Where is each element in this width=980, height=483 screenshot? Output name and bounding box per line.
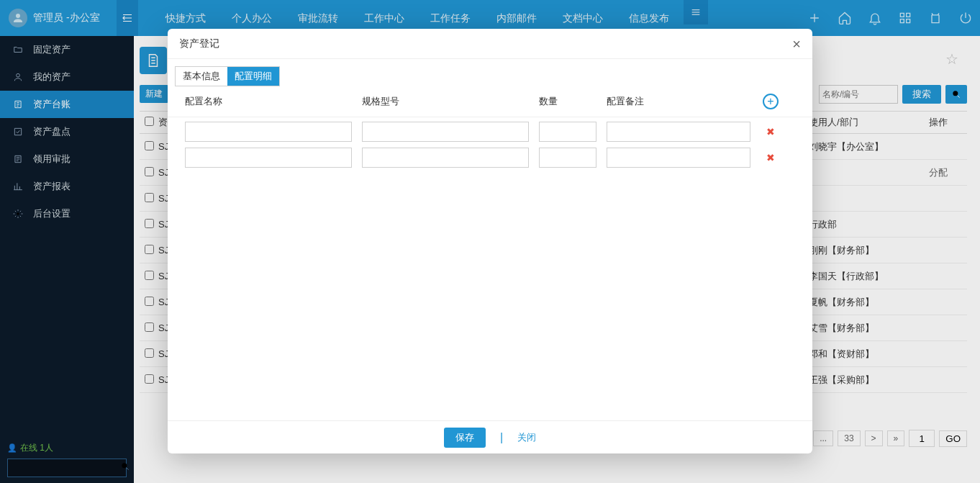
gh-spec: 规格型号 bbox=[362, 95, 539, 108]
gh-qty: 数量 bbox=[539, 95, 607, 108]
tab-config-detail[interactable]: 配置明细 bbox=[227, 67, 279, 86]
footer-divider: | bbox=[500, 431, 503, 444]
modal-overlay: 资产登记 × 基本信息 配置明细 配置名称 规格型号 数量 配置备注 + ✖✖ … bbox=[0, 0, 980, 483]
add-row-button[interactable]: + bbox=[763, 94, 779, 109]
gh-config-name: 配置名称 bbox=[185, 95, 362, 108]
spec-input[interactable] bbox=[362, 122, 529, 142]
modal-title: 资产登记 bbox=[179, 37, 219, 50]
spec-input[interactable] bbox=[362, 148, 529, 168]
note-input[interactable] bbox=[607, 122, 750, 142]
modal-header: 资产登记 × bbox=[168, 29, 812, 59]
config-name-input[interactable] bbox=[185, 122, 352, 142]
note-input[interactable] bbox=[607, 148, 750, 168]
qty-input[interactable] bbox=[539, 122, 596, 142]
detail-row: ✖ bbox=[185, 122, 798, 142]
delete-row-icon[interactable]: ✖ bbox=[761, 126, 781, 137]
config-name-input[interactable] bbox=[185, 148, 352, 168]
detail-row: ✖ bbox=[185, 148, 798, 168]
detail-grid-body: ✖✖ bbox=[168, 117, 812, 168]
modal-tabs: 基本信息 配置明细 bbox=[168, 59, 812, 86]
modal-footer: 保存 | 关闭 bbox=[168, 420, 812, 453]
close-icon[interactable]: × bbox=[792, 37, 801, 51]
asset-register-modal: 资产登记 × 基本信息 配置明细 配置名称 规格型号 数量 配置备注 + ✖✖ … bbox=[168, 29, 812, 453]
close-button[interactable]: 关闭 bbox=[517, 431, 536, 444]
qty-input[interactable] bbox=[539, 148, 596, 168]
save-button[interactable]: 保存 bbox=[444, 428, 486, 448]
detail-grid-head: 配置名称 规格型号 数量 配置备注 + bbox=[168, 86, 812, 117]
gh-note: 配置备注 bbox=[607, 95, 761, 108]
tab-basic-info[interactable]: 基本信息 bbox=[176, 67, 227, 86]
delete-row-icon[interactable]: ✖ bbox=[761, 152, 781, 163]
